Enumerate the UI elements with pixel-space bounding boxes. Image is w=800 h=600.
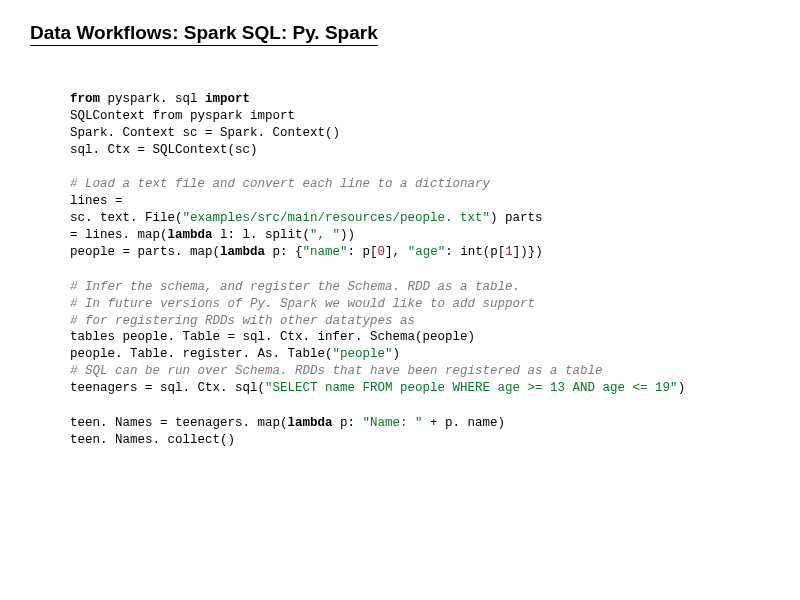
keyword-import: import bbox=[205, 92, 250, 106]
string-literal: "examples/src/main/resources/people. txt… bbox=[183, 211, 491, 225]
string-literal: "SELECT name FROM people WHERE age >= 13… bbox=[265, 381, 678, 395]
code-text: p: bbox=[333, 416, 363, 430]
code-text: + p. name) bbox=[423, 416, 506, 430]
code-text: teen. Names = teenagers. map( bbox=[70, 416, 288, 430]
code-area: from pyspark. sql import SQLContext from… bbox=[70, 74, 770, 449]
code-block-imports: from pyspark. sql import SQLContext from… bbox=[70, 91, 770, 159]
code-text: tables people. Table = sql. Ctx. infer. … bbox=[70, 330, 475, 344]
code-text: l: l. split( bbox=[213, 228, 311, 242]
string-literal: ", " bbox=[310, 228, 340, 242]
code-text: : int(p[ bbox=[445, 245, 505, 259]
keyword-lambda: lambda bbox=[288, 416, 333, 430]
slide-title: Data Workflows: Spark SQL: Py. Spark bbox=[30, 22, 378, 46]
comment: # Infer the schema, and register the Sch… bbox=[70, 280, 520, 294]
code-text: : p[ bbox=[348, 245, 378, 259]
code-text: teenagers = sql. Ctx. sql( bbox=[70, 381, 265, 395]
code-text: people = parts. map( bbox=[70, 245, 220, 259]
comment: # for registering RDDs with other dataty… bbox=[70, 314, 415, 328]
number-literal: 0 bbox=[378, 245, 386, 259]
string-literal: "age" bbox=[408, 245, 446, 259]
comment: # In future versions of Py. Spark we wou… bbox=[70, 297, 535, 311]
keyword-lambda: lambda bbox=[168, 228, 213, 242]
code-text: ) bbox=[678, 381, 686, 395]
code-block-load: # Load a text file and convert each line… bbox=[70, 176, 770, 260]
code-text: sc. text. File( bbox=[70, 211, 183, 225]
code-text: = lines. map( bbox=[70, 228, 168, 242]
string-literal: "name" bbox=[303, 245, 348, 259]
code-text: ], bbox=[385, 245, 408, 259]
code-text: teen. Names. collect() bbox=[70, 433, 235, 447]
code-text: sql. Ctx = SQLContext(sc) bbox=[70, 143, 258, 157]
code-text: people. Table. register. As. Table( bbox=[70, 347, 333, 361]
code-text: ) bbox=[393, 347, 401, 361]
keyword-lambda: lambda bbox=[220, 245, 265, 259]
code-text: pyspark. sql bbox=[100, 92, 205, 106]
code-text: ) parts bbox=[490, 211, 543, 225]
code-text: Spark. Context sc = Spark. Context() bbox=[70, 126, 340, 140]
code-text: SQLContext from pyspark import bbox=[70, 109, 295, 123]
code-text: lines = bbox=[70, 194, 123, 208]
code-text: p: { bbox=[265, 245, 303, 259]
keyword-from: from bbox=[70, 92, 100, 106]
number-literal: 1 bbox=[505, 245, 513, 259]
string-literal: "people" bbox=[333, 347, 393, 361]
code-text: )) bbox=[340, 228, 355, 242]
code-block-collect: teen. Names = teenagers. map(lambda p: "… bbox=[70, 415, 770, 449]
comment: # Load a text file and convert each line… bbox=[70, 177, 490, 191]
code-text: ])}) bbox=[513, 245, 543, 259]
comment: # SQL can be run over Schema. RDDs that … bbox=[70, 364, 603, 378]
code-block-schema: # Infer the schema, and register the Sch… bbox=[70, 279, 770, 397]
string-literal: "Name: " bbox=[363, 416, 423, 430]
